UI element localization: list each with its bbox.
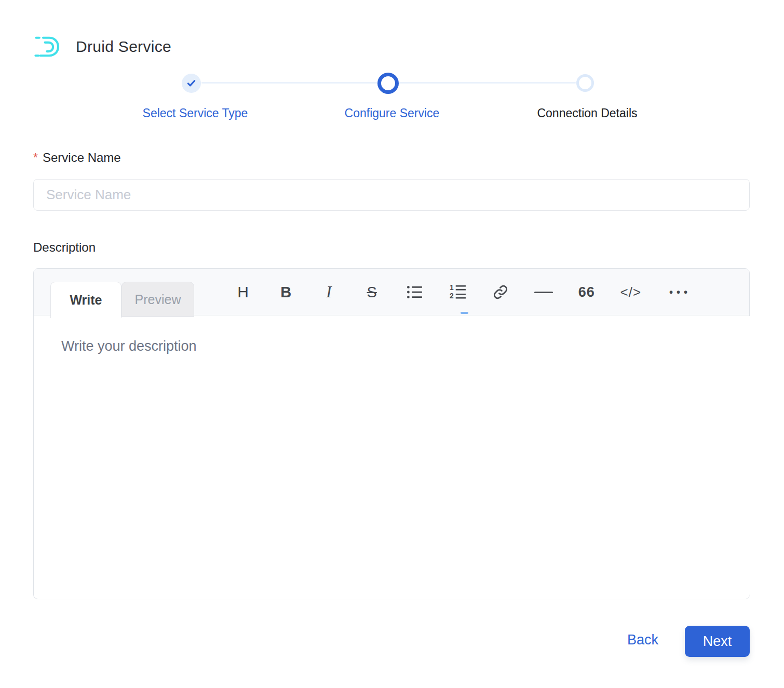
editor-toolbar: Write Preview H B I S — [34, 269, 749, 315]
more-icon[interactable]: ••• — [666, 279, 691, 305]
back-button[interactable]: Back — [625, 632, 660, 648]
italic-icon[interactable]: I — [319, 279, 338, 305]
ordered-list-focus-indicator — [461, 312, 468, 314]
druid-service-wizard: Druid Service Select Service Type Config… — [0, 0, 784, 688]
toolbar-buttons: H B I S — [234, 269, 691, 315]
description-editor: Write Preview H B I S — [33, 268, 750, 599]
description-textarea[interactable] — [34, 316, 750, 599]
step-active-indicator[interactable] — [377, 73, 399, 94]
svg-text:2: 2 — [450, 292, 454, 300]
next-button[interactable]: Next — [685, 626, 750, 657]
quote-icon[interactable]: 66 — [577, 279, 596, 305]
description-label: Description — [33, 240, 96, 255]
step-label-configure-service[interactable]: Configure Service — [345, 106, 440, 120]
step-label-connection-details[interactable]: Connection Details — [537, 106, 637, 120]
service-name-label: *Service Name — [33, 150, 121, 165]
tab-write[interactable]: Write — [50, 282, 121, 318]
heading-icon[interactable]: H — [234, 279, 252, 305]
bold-icon[interactable]: B — [277, 279, 295, 305]
horizontal-rule-icon[interactable] — [534, 279, 553, 305]
step-label-select-service-type[interactable]: Select Service Type — [143, 106, 248, 120]
druid-logo-icon — [33, 33, 63, 60]
ordered-list-icon[interactable]: 1 2 — [449, 279, 467, 305]
unordered-list-icon[interactable] — [405, 279, 424, 305]
service-name-label-text: Service Name — [43, 150, 121, 164]
step-completed-indicator[interactable] — [182, 74, 201, 93]
service-name-input[interactable] — [33, 179, 750, 211]
link-icon[interactable] — [491, 279, 510, 305]
header: Druid Service — [33, 33, 171, 60]
svg-text:1: 1 — [450, 284, 454, 292]
required-asterisk: * — [33, 151, 38, 164]
check-icon — [186, 78, 197, 89]
stepper-connector — [201, 82, 377, 84]
code-icon[interactable]: </> — [620, 279, 642, 305]
stepper-connector — [399, 82, 576, 84]
strikethrough-icon[interactable]: S — [362, 279, 381, 305]
page-title: Druid Service — [76, 38, 171, 56]
tab-preview[interactable]: Preview — [121, 282, 194, 317]
step-upcoming-indicator[interactable] — [576, 74, 594, 92]
